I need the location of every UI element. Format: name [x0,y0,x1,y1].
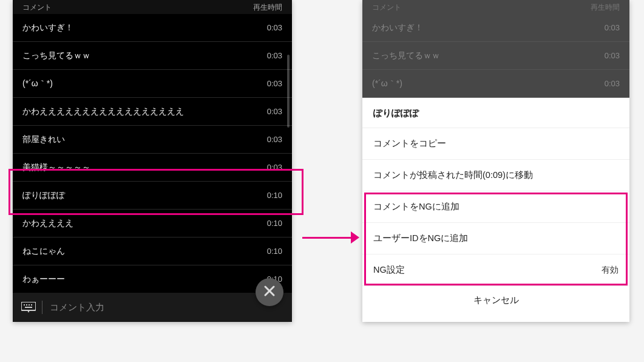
comment-time: 0:03 [267,135,282,144]
menu-ng-user[interactable]: ユーザーIDをNGに追加 [362,222,629,254]
comment-time: 0:03 [605,79,620,88]
comment-time: 0:10 [267,219,282,228]
comment-time: 0:03 [267,51,282,60]
comment-text: かわいすぎ！ [22,22,73,33]
menu-cancel[interactable]: キャンセル [362,285,629,313]
svg-rect-3 [29,304,30,306]
menu-label: コメントをNGに追加 [373,201,459,213]
header-time-label: 再生時間 [591,2,620,13]
comment-text: かわええええ [22,218,73,229]
comment-row[interactable]: 美猫様～～～～～ 0:03 [13,154,292,182]
comment-row[interactable]: わぁーーー 0:10 [13,265,292,293]
menu-label: ユーザーIDをNGに追加 [373,233,468,244]
comment-text: こっち見てるｗｗ [372,50,440,61]
svg-rect-5 [25,307,32,308]
svg-rect-0 [21,302,36,310]
arrow-head-icon [351,231,359,244]
comment-row: かわいすぎ！ 0:03 [362,14,629,42]
comment-row[interactable]: 部屋きれい 0:03 [13,126,292,154]
close-icon [263,285,276,299]
comment-time: 0:03 [605,23,620,32]
comment-text: (*´ω｀*) [22,78,53,89]
menu-label: キャンセル [473,295,519,305]
comment-text: 部屋きれい [22,134,65,145]
close-button[interactable] [256,278,283,306]
dimmed-background: コメント 再生時間 かわいすぎ！ 0:03 こっち見てるｗｗ 0:03 (*´ω… [362,0,629,98]
comment-time: 0:10 [267,191,282,200]
comment-text: こっち見てるｗｗ [22,50,90,61]
header-comment-label: コメント [22,2,52,13]
menu-label: NG設定 [373,264,405,276]
action-sheet: ぽりぽぽぽ コメントをコピー コメントが投稿された時間(0:09)に移動 コメン… [362,98,629,313]
comment-row[interactable]: ねこにゃん 0:10 [13,237,292,265]
action-sheet-title: ぽりぽぽぽ [362,98,629,128]
keyboard-icon [21,302,36,313]
header-time-label: 再生時間 [253,2,282,13]
menu-label: コメントが投稿された時間(0:09)に移動 [373,169,533,181]
divider [42,301,42,314]
comment-row[interactable]: かわええええ 0:10 [13,210,292,237]
comment-row[interactable]: こっち見てるｗｗ 0:03 [13,42,292,70]
comment-text: かわえええええええええええええええええ [22,106,184,117]
comment-time: 0:03 [267,79,282,88]
menu-jump-to-time[interactable]: コメントが投稿された時間(0:09)に移動 [362,159,629,191]
comment-text: 美猫様～～～～～ [22,162,90,173]
comment-time: 0:03 [267,23,282,32]
comment-row: (*´ω｀*) 0:03 [362,70,629,98]
ng-settings-status: 有効 [602,265,619,276]
comment-input-placeholder: コメント入力 [50,302,104,313]
comment-row[interactable]: (*´ω｀*) 0:03 [13,70,292,98]
comment-row: こっち見てるｗｗ 0:03 [362,42,629,70]
comment-time: 0:03 [267,107,282,116]
comment-row[interactable]: ぽりぽぽぽ 0:10 [13,182,292,210]
comment-row[interactable]: かわいすぎ！ 0:03 [13,14,292,42]
menu-ng-comment[interactable]: コメントをNGに追加 [362,191,629,222]
context-menu-panel: コメント 再生時間 かわいすぎ！ 0:03 こっち見てるｗｗ 0:03 (*´ω… [362,0,629,322]
comment-text: わぁーーー [22,274,65,285]
svg-rect-4 [31,304,32,306]
comment-text: かわいすぎ！ [372,22,423,33]
menu-label: コメントをコピー [373,138,446,149]
comment-list-header: コメント 再生時間 [13,0,292,14]
comment-row[interactable]: かわえええええええええええええええええ 0:03 [13,98,292,126]
menu-ng-settings[interactable]: NG設定 有効 [362,254,629,285]
comment-time: 0:10 [267,247,282,256]
comment-text: ぽりぽぽぽ [22,190,65,201]
comment-time: 0:03 [605,51,620,60]
svg-rect-2 [26,304,27,306]
menu-copy-comment[interactable]: コメントをコピー [362,128,629,159]
comment-text: (*´ω｀*) [372,78,402,89]
comment-input-bar[interactable]: コメント入力 [13,293,292,322]
comment-list-panel: コメント 再生時間 かわいすぎ！ 0:03 こっち見てるｗｗ 0:03 (*´ω… [13,0,292,322]
comment-list-header: コメント 再生時間 [362,0,629,14]
header-comment-label: コメント [372,2,401,13]
arrow-line [302,237,353,239]
svg-marker-6 [27,310,30,313]
comment-text: ねこにゃん [22,246,65,257]
svg-rect-1 [24,304,25,306]
comment-rows: かわいすぎ！ 0:03 こっち見てるｗｗ 0:03 (*´ω｀*) 0:03 か… [13,14,292,293]
scrollbar[interactable] [287,55,290,128]
comment-time: 0:03 [267,163,282,172]
